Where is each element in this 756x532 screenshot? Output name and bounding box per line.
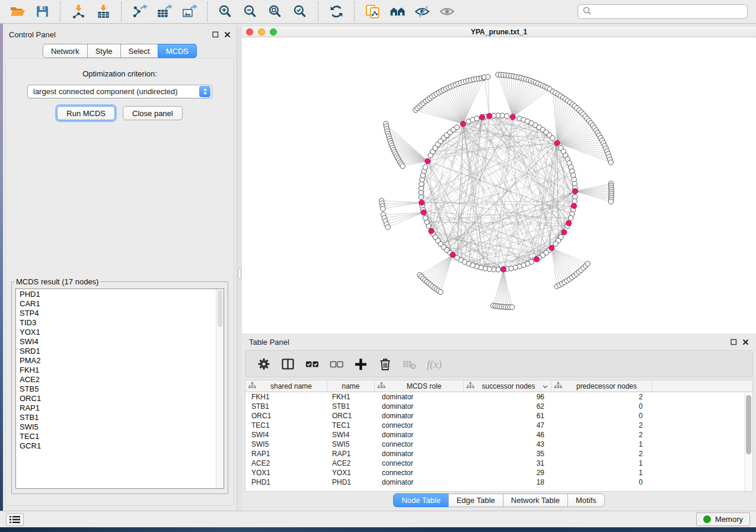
table-tab-motifs[interactable]: Motifs (567, 493, 605, 507)
toolbar-separator (207, 2, 208, 22)
home-network-icon[interactable] (385, 2, 410, 21)
column-header-successor-nodes[interactable]: successor nodes (464, 380, 551, 392)
table-rows: FKH1FKH1dominator962STB1STB1dominator620… (245, 392, 752, 487)
memory-button[interactable]: Memory (696, 512, 750, 526)
search-input[interactable] (595, 8, 742, 16)
network-graph[interactable] (242, 37, 756, 334)
result-item[interactable]: ORC1 (16, 394, 215, 403)
table-row[interactable]: RAP1RAP1dominator352 (245, 449, 752, 459)
result-item[interactable]: STP4 (16, 309, 215, 318)
tab-style[interactable]: Style (87, 44, 121, 58)
criterion-dropdown[interactable]: largest connected component (undirected) (27, 85, 212, 98)
delete-table-icon (402, 356, 417, 371)
table-tabs: Node TableEdge TableNetwork TableMotifs (242, 493, 756, 507)
close-table-panel-icon[interactable] (742, 339, 749, 345)
settings-gear-icon[interactable] (256, 356, 272, 371)
refresh-icon[interactable] (324, 2, 349, 21)
float-table-panel-icon[interactable] (731, 339, 737, 345)
close-panel-button[interactable]: Close panel (123, 106, 183, 120)
export-table-icon[interactable] (152, 2, 177, 21)
zoom-in-icon[interactable] (213, 2, 238, 21)
result-item[interactable]: FKH1 (16, 366, 215, 375)
toolbar-icon-group (5, 0, 460, 23)
hide-items-icon[interactable] (410, 2, 435, 21)
export-image-icon[interactable] (177, 2, 202, 21)
network-canvas[interactable] (242, 37, 756, 334)
save-icon[interactable] (30, 2, 55, 21)
panel-selector-button[interactable] (6, 513, 24, 526)
column-header-shared-name[interactable]: shared name (245, 380, 327, 392)
result-item[interactable]: TEC1 (16, 432, 215, 441)
result-item[interactable]: STB5 (16, 384, 215, 394)
table-panel: Table Panel f(x) shared namenameMCDS rol… (242, 335, 756, 511)
result-item[interactable]: RAP1 (16, 403, 215, 413)
cytoscape-window: Control Panel NetworkStyleSelectMCDS Opt… (0, 0, 756, 532)
result-item[interactable]: SWI4 (16, 337, 215, 347)
import-network-icon[interactable] (66, 2, 91, 21)
show-items-icon[interactable] (435, 2, 460, 21)
table-scrollbar-thumb[interactable] (746, 395, 751, 454)
columns-icon[interactable] (280, 356, 296, 371)
import-table-icon[interactable] (91, 2, 116, 21)
hierarchy-icon (467, 382, 474, 390)
column-header-mcds-role[interactable]: MCDS role (375, 380, 464, 392)
zoom-selected-icon[interactable] (288, 2, 312, 21)
table-row[interactable]: TEC1TEC1connector472 (245, 421, 752, 430)
result-scrollbar-thumb[interactable] (218, 290, 222, 327)
result-scrollbar[interactable] (216, 289, 224, 488)
toolbar-separator (121, 2, 122, 22)
open-folder-icon[interactable] (5, 2, 30, 21)
close-panel-icon[interactable] (224, 31, 231, 38)
deselect-all-icon[interactable] (329, 356, 344, 371)
result-item[interactable]: SRD1 (16, 347, 215, 356)
sort-chevron-icon[interactable] (543, 382, 548, 390)
desktop-wallpaper-bottom (0, 527, 756, 532)
table-row[interactable]: FKH1FKH1dominator962 (245, 392, 752, 402)
select-all-icon[interactable] (305, 356, 320, 371)
result-item[interactable]: ACE2 (16, 375, 215, 384)
table-tab-network-table[interactable]: Network Table (503, 493, 568, 507)
result-item[interactable]: GCR1 (16, 441, 215, 451)
result-item[interactable]: CAR1 (16, 299, 215, 309)
control-panel-titlebar: Control Panel (3, 27, 237, 42)
function-builder-icon: f(x) (426, 356, 442, 371)
column-header-predecessor-nodes[interactable]: predecessor nodes (551, 380, 652, 392)
table-panel-title: Table Panel (249, 338, 289, 347)
table-row[interactable]: ORC1ORC1dominator610 (245, 411, 752, 421)
hierarchy-icon (248, 382, 256, 390)
delete-row-icon[interactable] (378, 356, 393, 371)
table-row[interactable]: SWI4SWI4dominator462 (245, 430, 752, 440)
mcds-result-group: MCDS result (17 nodes) PHD1CAR1STP4TID3Y… (11, 277, 228, 494)
clone-network-icon[interactable] (360, 2, 385, 21)
tab-mcds[interactable]: MCDS (158, 44, 197, 58)
tab-network[interactable]: Network (43, 44, 88, 58)
table-row[interactable]: STB1STB1dominator620 (245, 402, 752, 411)
vertical-splitter[interactable] (237, 27, 242, 511)
table-row[interactable]: SWI5SWI5connector431 (245, 440, 752, 449)
zoom-fit-icon[interactable] (263, 2, 288, 21)
tab-select[interactable]: Select (120, 44, 158, 58)
result-item[interactable]: TID3 (16, 318, 215, 328)
add-row-icon[interactable] (353, 356, 369, 371)
table-tab-node-table[interactable]: Node Table (393, 493, 449, 507)
zoom-out-icon[interactable] (238, 2, 263, 21)
export-network-icon[interactable] (127, 2, 152, 21)
table-row[interactable]: PHD1PHD1dominator180 (245, 477, 752, 487)
mcds-result-list[interactable]: PHD1CAR1STP4TID3YOX1SWI4SRD1PMA2FKH1ACE2… (15, 289, 224, 489)
column-header-name[interactable]: name (327, 380, 375, 392)
table-row[interactable]: ACE2ACE2connector311 (245, 459, 752, 468)
control-panel: Control Panel NetworkStyleSelectMCDS Opt… (3, 27, 237, 511)
splitter-handle[interactable] (238, 268, 241, 279)
result-item[interactable]: YOX1 (16, 328, 215, 337)
result-item[interactable]: SWI5 (16, 422, 215, 432)
table-tab-edge-table[interactable]: Edge Table (448, 493, 503, 507)
search-box[interactable] (578, 4, 748, 19)
result-item[interactable]: PMA2 (16, 356, 215, 366)
table-scrollbar[interactable] (744, 393, 752, 491)
toolbar-separator (318, 2, 318, 22)
result-item[interactable]: STB1 (16, 413, 215, 422)
run-mcds-button[interactable]: Run MCDS (57, 106, 115, 120)
table-row[interactable]: YOX1YOX1connector291 (245, 468, 752, 477)
result-item[interactable]: PHD1 (16, 290, 215, 299)
float-panel-icon[interactable] (212, 31, 219, 38)
